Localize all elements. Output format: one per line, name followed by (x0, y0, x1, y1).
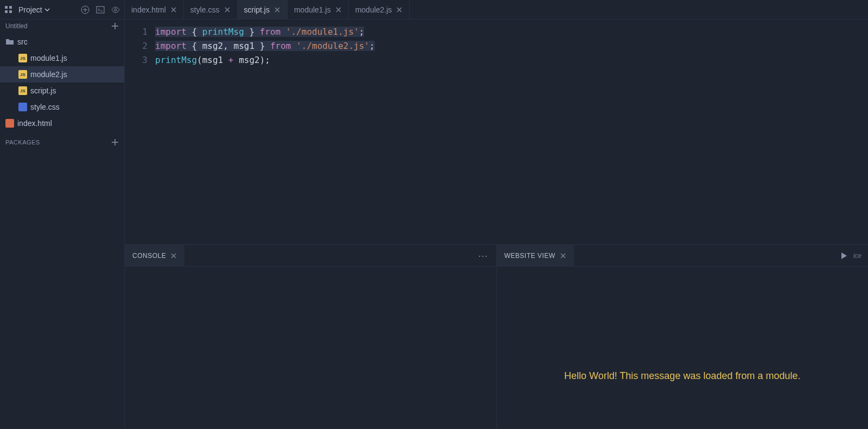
project-dropdown[interactable]: Project (18, 5, 50, 14)
editor-tab[interactable]: script.js (238, 0, 288, 19)
file-name: style.css (30, 103, 60, 111)
add-package-icon[interactable] (111, 138, 119, 146)
editor-tabs: index.htmlstyle.cssscript.jsmodule1.jsmo… (125, 0, 868, 20)
file-name: src (17, 37, 28, 46)
packages-header: PACKAGES (0, 136, 124, 149)
file-name: index.html (17, 119, 52, 128)
file-tree: srcJSmodule1.jsJSmodule2.jsJSscript.jsst… (0, 33, 124, 133)
code-line[interactable]: printMsg(msg1 + msg2); (155, 53, 375, 67)
code-line[interactable]: import { msg2, msg1 } from './module2.js… (155, 39, 375, 53)
chevron-down-icon (44, 7, 50, 12)
project-title: Untitled (5, 22, 28, 30)
project-label: Project (18, 5, 42, 14)
brand-label: ice (853, 252, 861, 260)
tab-label: module1.js (294, 5, 331, 14)
svg-rect-2 (5, 10, 8, 13)
website-tab[interactable]: WEBSITE VIEW (497, 245, 574, 266)
editor-tab[interactable]: index.html (125, 0, 184, 19)
file-tree-item[interactable]: index.html (0, 115, 124, 131)
code-editor[interactable]: 123 import { printMsg } from './module1.… (125, 20, 868, 244)
tab-label: index.html (131, 5, 166, 14)
close-icon[interactable] (335, 7, 342, 13)
file-name: module2.js (30, 70, 67, 79)
close-icon[interactable] (170, 253, 177, 259)
editor-tab[interactable]: module1.js (288, 0, 349, 19)
console-label: CONSOLE (132, 252, 166, 260)
close-icon[interactable] (396, 7, 403, 13)
svg-point-6 (114, 9, 117, 11)
line-number: 1 (125, 25, 148, 39)
editor-tab[interactable]: module2.js (349, 0, 410, 19)
bottom-panels: CONSOLE ⋯ WEBSITE VIEW ice (125, 244, 868, 429)
console-panel: CONSOLE ⋯ (125, 245, 497, 429)
code-area[interactable]: import { printMsg } from './module1.js';… (155, 20, 375, 244)
editor-tab[interactable]: style.css (184, 0, 238, 19)
menu-icon[interactable] (4, 5, 13, 14)
close-icon[interactable] (560, 253, 566, 259)
more-icon[interactable]: ⋯ (470, 250, 496, 262)
preview-text: Hello World! This message was loaded fro… (564, 370, 801, 382)
file-tree-item[interactable]: JSscript.js (0, 83, 124, 99)
tab-label: script.js (244, 5, 270, 14)
tab-label: style.css (190, 5, 220, 14)
console-tab[interactable]: CONSOLE (125, 245, 184, 266)
project-title-row: Untitled (0, 20, 124, 33)
file-tree-item[interactable]: src (0, 34, 124, 50)
packages-label: PACKAGES (5, 139, 40, 146)
website-body: Hello World! This message was loaded fro… (497, 267, 869, 429)
line-number: 2 (125, 39, 148, 53)
close-icon[interactable] (170, 7, 177, 13)
line-number: 3 (125, 53, 148, 67)
gutter: 123 (125, 20, 155, 244)
svg-rect-3 (9, 10, 12, 13)
console-body[interactable] (125, 267, 496, 429)
terminal-icon[interactable] (96, 5, 105, 14)
tab-label: module2.js (355, 5, 392, 14)
file-name: module1.js (30, 54, 67, 62)
play-icon[interactable] (839, 251, 848, 260)
add-file-icon[interactable] (111, 22, 119, 30)
close-icon[interactable] (274, 7, 280, 13)
svg-rect-0 (5, 6, 8, 9)
file-tree-item[interactable]: JSmodule2.js (0, 66, 124, 83)
svg-rect-1 (9, 6, 12, 9)
file-tree-item[interactable]: style.css (0, 99, 124, 115)
close-icon[interactable] (224, 7, 231, 13)
plus-circle-icon[interactable] (81, 5, 90, 14)
main-area: index.htmlstyle.cssscript.jsmodule1.jsmo… (125, 0, 868, 429)
website-panel: WEBSITE VIEW ice Hello World! This messa… (497, 245, 869, 429)
website-label: WEBSITE VIEW (505, 252, 556, 260)
sidebar: Project Untitled srcJSmodule1.jsJSmodule… (0, 0, 125, 429)
svg-rect-5 (97, 7, 104, 13)
file-name: script.js (30, 86, 56, 95)
titlebar: Project (0, 0, 124, 20)
file-tree-item[interactable]: JSmodule1.js (0, 50, 124, 66)
code-line[interactable]: import { printMsg } from './module1.js'; (155, 25, 375, 39)
eye-icon[interactable] (111, 5, 120, 14)
